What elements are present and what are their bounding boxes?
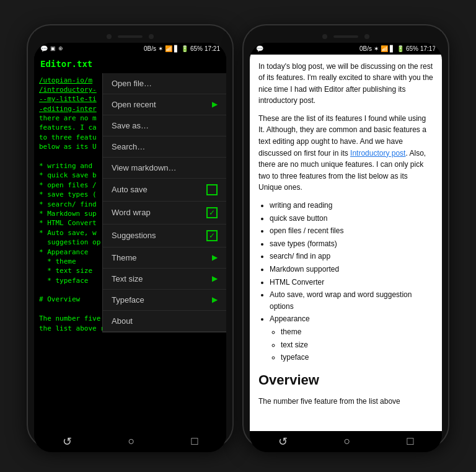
menu-search-label: Search…	[112, 142, 218, 151]
editor-screen: Editor.txt /utopian-io/m /introductory- …	[34, 55, 226, 431]
bluetooth-sym: ✶	[158, 45, 163, 52]
right-bluetooth: ✶	[374, 45, 379, 52]
right-data-speed: 0B/s	[359, 45, 372, 52]
right-status-bar: 💬 0B/s ✶ 📶 ▋ 🔋 65% 17:17	[250, 43, 442, 55]
theme-arrow: ▶	[212, 253, 218, 262]
menu-text-size[interactable]: Text size ▶	[103, 269, 226, 290]
right-status-icons: 💬	[256, 45, 263, 52]
dropdown-menu: Open file… Open recent ▶ Save as… Search…	[102, 73, 226, 332]
feature-2: quick save button	[270, 213, 433, 225]
menu-theme[interactable]: Theme ▶	[103, 247, 226, 269]
overview-para: The number five feature from the list ab…	[258, 396, 433, 407]
intro-paragraph: In today's blog post, we will be discuss…	[258, 61, 433, 107]
reader-screen[interactable]: In today's blog post, we will be discuss…	[250, 55, 442, 431]
menu-view-markdown[interactable]: View markdown…	[103, 158, 226, 179]
menu-about[interactable]: About	[103, 311, 226, 332]
right-status-right: 0B/s ✶ 📶 ▋ 🔋 65% 17:17	[359, 45, 436, 52]
open-recent-arrow: ▶	[212, 100, 218, 109]
menu-open-recent[interactable]: Open recent ▶	[103, 94, 226, 115]
right-recent-button[interactable]: □	[407, 435, 414, 448]
appearance-theme: theme	[281, 326, 433, 338]
menu-open-file-label: Open file…	[112, 79, 218, 88]
left-status-right: 0B/s ✶ 📶 ▋ 🔋 65% 17:21	[144, 45, 220, 52]
camera-right	[149, 34, 154, 39]
signal-icon: ▣	[50, 45, 56, 51]
right-camera-right	[364, 34, 369, 39]
right-phone-top	[250, 32, 442, 43]
battery-icon: 🔋	[181, 45, 188, 52]
left-phone: 💬 ▣ ⊕ 0B/s ✶ 📶 ▋ 🔋 65% 17:21 Editor.txt …	[28, 25, 232, 447]
typeface-arrow: ▶	[212, 295, 218, 304]
menu-view-markdown-label: View markdown…	[112, 163, 218, 172]
menu-text-size-label: Text size	[112, 274, 212, 283]
data-speed: 0B/s	[144, 45, 156, 52]
overview-heading: Overview	[258, 370, 433, 391]
editor-title: Editor.txt	[40, 59, 92, 69]
left-status-icons: 💬 ▣ ⊕	[40, 45, 63, 52]
time: 17:21	[205, 45, 220, 52]
right-wifi: 📶	[381, 45, 388, 52]
features-list: writing and reading quick save button op…	[270, 200, 433, 363]
menu-word-wrap[interactable]: Word wrap	[103, 202, 226, 225]
auto-save-checkbox[interactable]	[206, 184, 218, 195]
feature-1: writing and reading	[270, 200, 433, 212]
text-size-arrow: ▶	[212, 274, 218, 283]
right-home-button[interactable]: ○	[344, 435, 351, 448]
menu-open-file[interactable]: Open file…	[103, 73, 226, 94]
camera-left	[107, 34, 112, 39]
left-nav-bar: ↺ ○ □	[34, 431, 226, 452]
right-signal: ▋	[390, 45, 395, 52]
feature-4: save types (formats)	[270, 238, 433, 250]
right-back-button[interactable]: ↺	[278, 435, 288, 448]
battery-pct: 65%	[190, 45, 203, 52]
menu-save-as-label: Save as…	[112, 121, 218, 130]
wifi-icon: 📶	[165, 45, 172, 52]
signal-bars: ▋	[174, 45, 179, 52]
feature-9: Appearance theme text size typeface	[270, 313, 433, 363]
features-paragraph: These are the list of its features I fou…	[258, 113, 433, 194]
left-status-bar: 💬 ▣ ⊕ 0B/s ✶ 📶 ▋ 🔋 65% 17:21	[34, 43, 226, 55]
menu-suggestions[interactable]: Suggestions	[103, 225, 226, 247]
menu-save-as[interactable]: Save as…	[103, 115, 226, 136]
home-button[interactable]: ○	[128, 435, 135, 448]
menu-suggestions-label: Suggestions	[112, 231, 206, 240]
back-button[interactable]: ↺	[63, 435, 72, 448]
menu-auto-save[interactable]: Auto save	[103, 179, 226, 202]
menu-word-wrap-label: Word wrap	[112, 208, 206, 217]
left-phone-top	[34, 32, 226, 43]
menu-theme-label: Theme	[112, 253, 212, 262]
feature-7: HTML Converter	[270, 277, 433, 288]
appearance-textsize: text size	[281, 339, 433, 351]
appearance-sublist: theme text size typeface	[281, 326, 433, 363]
bluetooth-icon: ⊕	[58, 45, 63, 51]
right-camera-left	[322, 34, 327, 39]
feature-5: search/ find in app	[270, 251, 433, 262]
feature-3: open files / recent files	[270, 225, 433, 237]
speaker	[118, 35, 143, 38]
editor-title-bar: Editor.txt	[34, 55, 226, 73]
menu-typeface-label: Typeface	[112, 295, 212, 305]
menu-auto-save-label: Auto save	[112, 185, 206, 194]
appearance-typeface: typeface	[281, 352, 433, 363]
menu-open-recent-label: Open recent	[112, 100, 212, 109]
right-speaker	[333, 35, 358, 38]
feature-8: Auto save, word wrap and word suggestion…	[270, 289, 433, 312]
introductory-link[interactable]: Introductory post	[350, 149, 405, 158]
right-whatsapp-icon: 💬	[256, 45, 263, 52]
right-phone: 💬 0B/s ✶ 📶 ▋ 🔋 65% 17:17 In today's blog…	[244, 25, 448, 447]
right-phone-inner: 💬 0B/s ✶ 📶 ▋ 🔋 65% 17:17 In today's blog…	[250, 43, 442, 452]
right-time: 17:17	[420, 45, 436, 52]
feature-6: Markdown supported	[270, 264, 433, 275]
menu-search[interactable]: Search…	[103, 136, 226, 158]
right-battery-pct: 65%	[406, 45, 418, 52]
menu-about-label: About	[112, 316, 218, 326]
word-wrap-checkbox[interactable]	[206, 207, 218, 218]
menu-typeface[interactable]: Typeface ▶	[103, 290, 226, 311]
right-nav-bar: ↺ ○ □	[250, 431, 442, 452]
suggestions-checkbox[interactable]	[206, 230, 218, 241]
left-phone-inner: 💬 ▣ ⊕ 0B/s ✶ 📶 ▋ 🔋 65% 17:21 Editor.txt …	[34, 43, 226, 452]
whatsapp-icon: 💬	[40, 45, 48, 52]
right-battery: 🔋	[397, 45, 404, 52]
recent-button[interactable]: □	[192, 435, 198, 448]
